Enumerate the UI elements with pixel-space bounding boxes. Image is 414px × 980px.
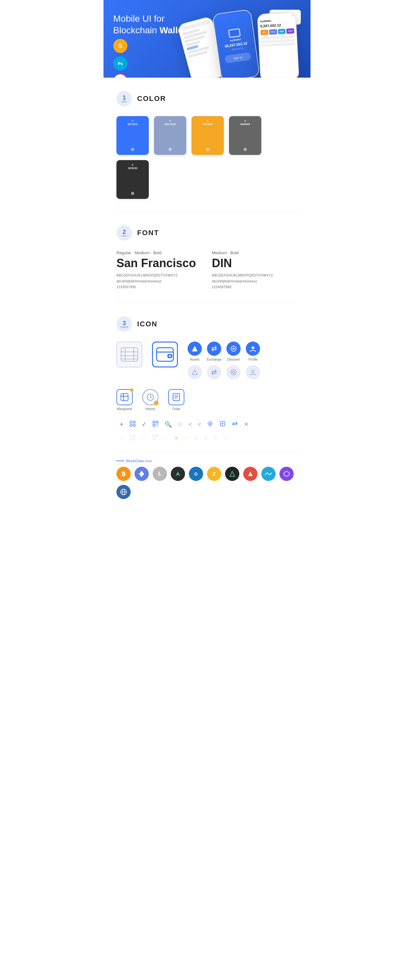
arrows-outline-icon: ⇄ bbox=[194, 435, 198, 441]
icon-large-row: Assets Exchange bbox=[116, 342, 298, 379]
history-icon-item: ! History bbox=[142, 389, 158, 411]
plus-outline-icon: + bbox=[119, 434, 124, 442]
waves-icon bbox=[261, 467, 275, 481]
din-lowercase: abcdefghijklmnopqrstuvwxyz bbox=[212, 278, 298, 284]
nav-icons-group: Assets Exchange bbox=[188, 342, 260, 379]
number-label-3: THREE bbox=[120, 326, 128, 328]
din-style-label: Medium · Bold bbox=[212, 250, 298, 255]
svg-point-9 bbox=[169, 355, 171, 357]
svg-rect-30 bbox=[153, 421, 155, 423]
assets-icon-item: Assets bbox=[188, 342, 202, 361]
number-circle-2: 2 TWO bbox=[116, 225, 132, 241]
qr-outline-icon bbox=[152, 434, 159, 442]
discover-outline-icon bbox=[226, 365, 240, 379]
svg-marker-48 bbox=[230, 471, 235, 476]
color-swatch-grayblue: #8DA0C8 bbox=[154, 116, 186, 155]
exchange-icon-item: Exchange bbox=[207, 342, 221, 361]
svg-rect-41 bbox=[133, 438, 135, 440]
crypto-icons-row: Ł D Z bbox=[116, 467, 298, 499]
search-icon: 🔍 bbox=[165, 421, 172, 428]
svg-point-17 bbox=[252, 370, 254, 372]
profile-outline-icon bbox=[246, 365, 260, 379]
svg-point-36 bbox=[209, 423, 211, 425]
exchange-outline-icon bbox=[207, 365, 221, 379]
chevron-left-icon: < bbox=[189, 421, 192, 428]
check-icon: ✓ bbox=[142, 421, 146, 428]
sf-lowercase: abcdefghijklmnopqrstuvwxyz bbox=[116, 278, 202, 284]
din-uppercase: ABCDEFGHIJKLMNOPQRSTUVWXYZ bbox=[212, 273, 298, 278]
svg-rect-31 bbox=[156, 421, 158, 423]
grid-icon bbox=[129, 420, 136, 428]
color-swatch-orange: #F5A623 bbox=[191, 116, 224, 155]
order-icon bbox=[168, 389, 184, 405]
font-section: 2 TWO FONT Regular · Medium · Bold San F… bbox=[104, 212, 310, 303]
screens-badge: 60+Screens bbox=[113, 74, 127, 78]
rotate-icon: ↻ bbox=[214, 435, 218, 441]
swap-icon bbox=[232, 420, 238, 428]
svg-rect-20 bbox=[123, 394, 124, 401]
blockchain-label-text: BlockChain Icon bbox=[126, 459, 152, 463]
photoshop-badge: Ps bbox=[113, 56, 127, 70]
close-icon: ✕ bbox=[244, 421, 249, 428]
svg-rect-28 bbox=[130, 424, 132, 426]
svg-marker-14 bbox=[192, 370, 197, 374]
phone-mockups: myWallet $6,297,502.12 + $20,532.55 Sign… bbox=[178, 13, 310, 78]
svg-rect-32 bbox=[153, 424, 155, 426]
plus-icon: + bbox=[119, 421, 124, 428]
svg-rect-7 bbox=[156, 352, 174, 353]
sf-name: San Francisco bbox=[116, 256, 202, 270]
chevron-left-outline-icon: < bbox=[185, 435, 188, 441]
profile-icon bbox=[246, 342, 260, 356]
sf-uppercase: ABCDEFGHIJKLMNOPQRSTUVWXYZ bbox=[116, 273, 202, 278]
din-name: DIN bbox=[212, 256, 298, 270]
number-circle-3: 3 THREE bbox=[116, 316, 132, 332]
phone-mockup-3: + myWallet 6,297,502.12 BTC ETH WAV QTM bbox=[257, 12, 299, 78]
color-section: 1 ONE COLOR #3574FA #8DA0C8 #F5A623 #666… bbox=[104, 78, 310, 212]
qr-icon bbox=[152, 420, 159, 428]
order-label: Order bbox=[172, 407, 180, 411]
small-icons-group: + ✓ 🔍 ☆ < < bbox=[119, 420, 249, 444]
discover-icon-item: Discover bbox=[226, 342, 240, 361]
wallet-grid-outline-icon bbox=[116, 342, 142, 368]
management-icon bbox=[116, 389, 132, 405]
number-label-1: ONE bbox=[122, 100, 127, 103]
star-filled-icon: ★ bbox=[174, 434, 179, 441]
exchange-label: Exchange bbox=[207, 358, 221, 361]
svg-rect-1 bbox=[121, 352, 138, 352]
history-icon: ! bbox=[142, 389, 158, 405]
sf-style-label: Regular · Medium · Bold bbox=[116, 250, 202, 255]
icon-section: 3 THREE ICON bbox=[104, 303, 310, 512]
color-swatches: #3574FA #8DA0C8 #F5A623 #666666 #303030 bbox=[116, 116, 298, 199]
font-section-title: FONT bbox=[137, 229, 159, 237]
color-section-title: COLOR bbox=[137, 94, 166, 103]
svg-rect-27 bbox=[133, 421, 135, 423]
svg-rect-26 bbox=[130, 421, 132, 423]
svg-rect-4 bbox=[121, 355, 138, 356]
hero-badges: S Ps 60+Screens bbox=[113, 39, 127, 78]
svg-point-16 bbox=[232, 371, 234, 373]
number-1: 1 bbox=[123, 95, 126, 100]
section-number-2: 2 TWO FONT bbox=[116, 225, 298, 241]
wallet-solid-icon bbox=[152, 342, 178, 368]
svg-rect-42 bbox=[153, 435, 155, 437]
star-icon: ☆ bbox=[178, 421, 183, 428]
order-icon-item: Order bbox=[168, 389, 184, 411]
font-grid: Regular · Medium · Bold San Francisco AB… bbox=[116, 250, 298, 290]
ltc-icon: Ł bbox=[153, 467, 167, 481]
btc-icon bbox=[116, 467, 131, 481]
svg-marker-10 bbox=[192, 346, 197, 351]
small-icons-row-2: + ✓ ⌕ ★ < ⇄ ✗ ↻ ⓘ bbox=[119, 434, 249, 442]
dash-icon: D bbox=[189, 467, 203, 481]
check-outline-icon: ✓ bbox=[142, 434, 146, 441]
small-icons-row-1: + ✓ 🔍 ☆ < < bbox=[119, 420, 249, 428]
blockchain-label: BlockChain Icon bbox=[116, 459, 298, 463]
section-number-1: 1 ONE COLOR bbox=[116, 91, 298, 107]
assets-icon bbox=[188, 342, 202, 356]
phone-mockup-2: myWallet $6,297,502.12 + $20,532.55 Sign… bbox=[212, 9, 260, 78]
number-label-2: TWO bbox=[121, 235, 127, 237]
svg-rect-29 bbox=[133, 424, 135, 426]
svg-rect-22 bbox=[173, 394, 180, 401]
color-swatch-gray: #666666 bbox=[229, 116, 261, 155]
search-outline-icon: ⌕ bbox=[165, 435, 168, 441]
svg-line-35 bbox=[157, 425, 158, 426]
